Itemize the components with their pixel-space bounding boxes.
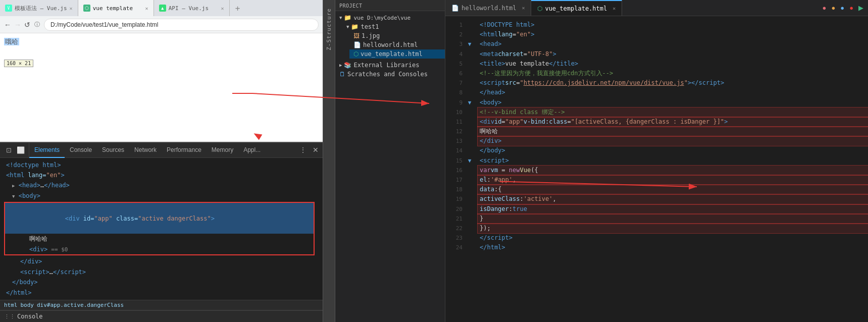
code-line-24[interactable]: </html> [478,243,868,252]
dom-line-2[interactable]: <html lang="en"> [4,170,319,180]
editor-icon-run[interactable]: ● [848,3,855,13]
code-line-8[interactable]: </head> [478,88,868,97]
ft-item-ext-libs[interactable]: ▶ 📚 External Libraries [335,61,445,70]
browser-tab-1[interactable]: V 模板语法 — Vue.js ✕ [0,0,78,16]
dom-line-1[interactable]: <!doctype html> [4,160,319,170]
code-line-2[interactable]: <html lang="en"> [478,30,868,39]
editor-icon-edge[interactable]: ● [839,3,846,13]
editor-tab1-close[interactable]: ✕ [522,5,525,11]
dom-line-4[interactable]: ▼ <body> [4,191,319,201]
code-line-9[interactable]: <body> [478,98,868,108]
tab2-close[interactable]: ✕ [145,6,148,11]
code-line-6[interactable]: <!--这里因为方便，我直接使用cdn方式引入--> [478,69,868,78]
ln-8: 8 [445,88,463,97]
tab3-close[interactable]: ✕ [221,6,224,11]
fold-9[interactable]: ▼ [466,98,474,108]
dom-line-10[interactable]: </body> [4,277,319,287]
ft-item-vue-template[interactable]: ⬡ vue_template.html [349,49,445,59]
app-container: V 模板语法 — Vue.js ✕ ⬡ vue template ✕ ▲ API… [0,0,868,322]
left-panel: V 模板语法 — Vue.js ✕ ⬡ vue template ✕ ▲ API… [0,0,323,322]
tab1-close[interactable]: ✕ [70,6,73,11]
devtools-panel: ⊡ ⬜ Elements Console Sources Network Per… [0,143,323,322]
code-line-15[interactable]: <script> [478,156,868,166]
devtools-tab-elements[interactable]: Elements [29,143,65,158]
code-line-16[interactable]: var vm = new Vue({ [478,166,868,175]
ft-item-helloworld[interactable]: 📄 helloworld.html [349,40,445,49]
ln-5: 5 [445,59,463,69]
forward-btn[interactable]: → [14,21,21,29]
tab1-label: 模板语法 — Vue.js [15,5,67,12]
code-line-11[interactable]: <div id="app" v-bind:class="[activeClass… [478,117,868,127]
ft-item-scratches[interactable]: 🗒 Scratches and Consoles [335,70,445,79]
code-line-18[interactable]: data: { [478,185,868,194]
code-line-19[interactable]: activeClass: 'active', [478,194,868,204]
url-input[interactable] [44,19,319,31]
code-line-4[interactable]: <meta charset="UTF-8"> [478,49,868,59]
code-line-1[interactable]: <!DOCTYPE html> [478,20,868,30]
editor-tab2-close[interactable]: ✕ [612,6,616,11]
dom-line-5[interactable]: <div id="app" class="active dangerClass"… [5,203,314,234]
dom-line-9[interactable]: <script>…</script> [4,267,319,277]
new-tab-btn[interactable]: + [230,0,246,16]
ft-label-scratches: Scratches and Consoles [347,71,428,78]
file-tree-panel: Project ▼ 📁 vue D:\myCode\vue ▼ 📁 test1 … [335,0,445,322]
code-line-14[interactable]: </body> [478,146,868,155]
devtools-tab-performance[interactable]: Performance [162,143,207,158]
browser-tab-2[interactable]: ⬡ vue template ✕ [78,0,154,16]
ft-item-vue-root[interactable]: ▼ 📁 vue D:\myCode\vue [335,13,445,22]
code-line-12[interactable]: 啊哈哈 [478,127,868,136]
fold-13 [466,136,474,146]
code-line-10[interactable]: <!--v-bind class 绑定--> [478,108,868,117]
code-line-20[interactable]: isDanger: true [478,204,868,214]
editor-tab-helloworld[interactable]: 📄 helloworld.html ✕ [445,0,531,16]
ln-21: 21 [445,214,463,224]
fold-15[interactable]: ▼ [466,156,474,166]
breadcrumb-html[interactable]: html [4,302,18,308]
tab1-favicon: V [5,5,12,12]
code-line-22[interactable]: }); [478,224,868,233]
dom-line-7[interactable]: <div> == $0 [5,244,314,255]
code-line-3[interactable]: <head> [478,39,868,49]
ft-item-jpg[interactable]: 🖼 1.jpg [349,31,445,40]
code-line-7[interactable]: <script src="https://cdn.jsdelivr.net/np… [478,78,868,88]
breadcrumb-body[interactable]: body [21,302,34,308]
ft-label-ext-libs: External Libraries [353,62,419,69]
dom-breadcrumb: html body div#app.active.dangerClass [0,300,323,310]
breadcrumb-div[interactable]: div#app.active.dangerClass [37,302,124,308]
dom-line-3[interactable]: ▶ <head>…</head> [4,180,319,190]
browser-tab-3[interactable]: ▲ API — Vue.js ✕ [154,0,230,16]
devtools-device-btn[interactable]: ⬜ [15,144,27,156]
devtools-tab-network[interactable]: Network [129,143,162,158]
fold-19 [466,194,474,204]
editor-icon-bug[interactable]: ▶ [857,3,865,13]
code-line-17[interactable]: el: '#app', [478,175,868,185]
reload-btn[interactable]: ↺ [24,21,30,29]
fold-3[interactable]: ▼ [466,39,474,49]
code-line-13[interactable]: </div> [478,136,868,146]
code-line-5[interactable]: <title>vue template</title> [478,59,868,69]
fold-column: ▼ ▼ ▼ [466,16,474,322]
ft-lib-icon: 📚 [344,62,351,69]
ft-item-test1[interactable]: ▼ 📁 test1 [342,22,445,31]
code-line-21[interactable]: } [478,214,868,224]
dom-line-6[interactable]: 啊哈哈 [5,234,314,244]
info-icon: ⓘ [34,21,40,28]
ln-14: 14 [445,146,463,155]
devtools-tab-sources[interactable]: Sources [97,143,129,158]
dom-line-11[interactable]: </html> [4,288,319,298]
devtools-tab-memory[interactable]: Memory [207,143,238,158]
fold-20 [466,204,474,214]
devtools-tab-console[interactable]: Console [65,143,97,158]
editor-icon-chrome[interactable]: ● [821,3,828,13]
dom-line-8[interactable]: </div> [4,256,319,266]
back-btn[interactable]: ← [4,21,11,29]
devtools-close-btn[interactable]: ✕ [311,144,321,156]
structure-sidebar: Z-Structure [323,0,335,322]
code-line-23[interactable]: </script> [478,233,868,243]
editor-tab-vue-template[interactable]: ⬡ vue_template.html ✕ [531,0,622,16]
console-toggle[interactable]: ⋮⋮ Console [0,310,323,322]
editor-icon-firefox[interactable]: ● [830,3,837,13]
devtools-inspect-btn[interactable]: ⊡ [4,144,14,156]
devtools-more-btn[interactable]: ⋮ [297,144,309,156]
devtools-tab-appl[interactable]: Appl... [238,143,266,158]
